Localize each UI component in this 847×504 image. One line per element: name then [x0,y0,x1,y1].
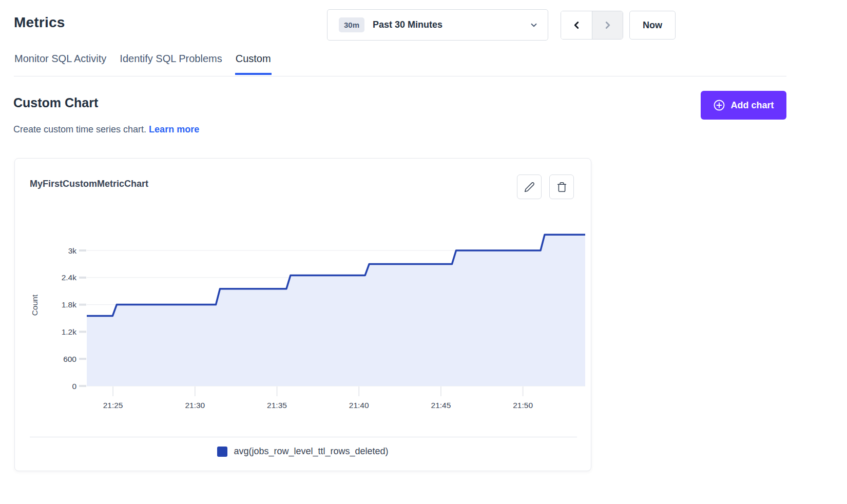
time-range-label: Past 30 Minutes [373,20,521,30]
chevron-down-icon [529,21,538,30]
time-range-badge: 30m [339,17,364,32]
time-pager [561,11,623,40]
legend-label: avg(jobs_row_level_ttl_rows_deleted) [234,446,388,457]
y-tick-label: 600 [63,355,76,363]
now-button[interactable]: Now [629,11,676,40]
edit-chart-button[interactable] [517,175,542,199]
y-tick-label: 1.2k [62,327,77,336]
series-area [87,235,585,386]
add-chart-button[interactable]: Add chart [701,91,786,120]
tab-custom[interactable]: Custom [235,53,272,75]
trash-icon [556,182,567,192]
previous-time-button[interactable] [561,11,592,39]
tab-bar: Monitor SQL Activity Identify SQL Proble… [14,53,272,75]
x-tick-label: 21:50 [513,401,533,410]
y-tick-label: 1.8k [62,300,77,309]
section-heading: Custom Chart [13,95,98,110]
y-tick-label: 3k [68,246,77,255]
chart-title: MyFirstCustomMetricChart [30,179,148,189]
y-tick-label: 0 [72,382,76,391]
add-chart-label: Add chart [730,100,774,111]
y-tick-label: 2.4k [62,273,77,282]
x-tick-label: 21:35 [267,401,287,410]
chevron-left-icon [571,20,582,31]
tabs-divider [14,76,786,76]
chart-legend[interactable]: avg(jobs_row_level_ttl_rows_deleted) [15,446,591,457]
learn-more-link[interactable]: Learn more [149,124,199,134]
plus-circle-icon [713,99,725,111]
custom-chart-plot: 06001.2k1.8k2.4k3k21:2521:3021:3521:4021… [15,215,592,418]
delete-chart-button[interactable] [549,175,574,199]
time-range-dropdown[interactable]: 30m Past 30 Minutes [327,9,548,41]
description-text: Create custom time series chart. [13,124,146,134]
page-title: Metrics [14,14,65,31]
x-tick-label: 21:45 [431,401,451,410]
next-time-button[interactable] [592,11,623,39]
chevron-right-icon [602,20,613,31]
section-description: Create custom time series chart. Learn m… [13,124,199,135]
legend-swatch [217,447,227,457]
pencil-icon [524,182,535,192]
y-axis-title: Count [30,294,39,316]
card-separator [30,437,577,437]
tab-identify-sql-problems[interactable]: Identify SQL Problems [119,53,222,75]
x-tick-label: 21:25 [103,401,123,410]
x-tick-label: 21:40 [349,401,369,410]
x-tick-label: 21:30 [185,401,205,410]
tab-monitor-sql-activity[interactable]: Monitor SQL Activity [14,53,107,75]
metrics-page: Metrics 30m Past 30 Minutes Now Monitor … [0,0,847,504]
custom-chart-card: MyFirstCustomMetricChart 06001.2k1.8k2.4… [14,158,591,471]
